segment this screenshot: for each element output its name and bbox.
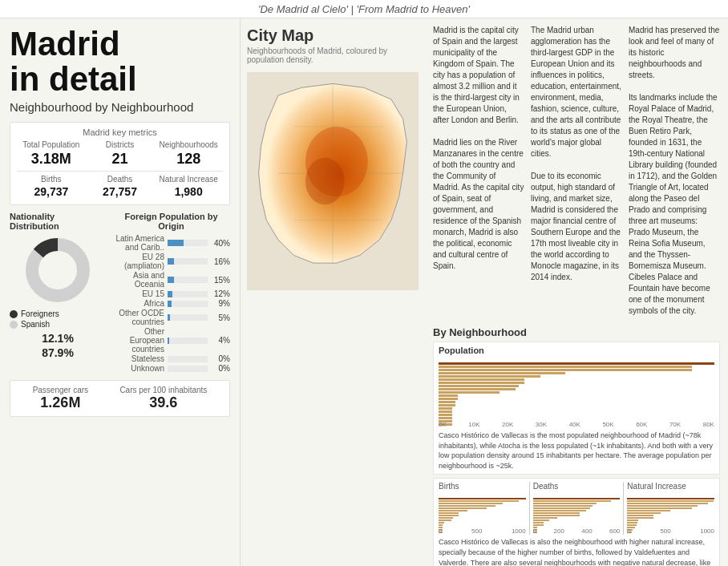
deaths-label: Deaths [86, 175, 155, 184]
svg-point-9 [305, 158, 345, 204]
origin-bar-container [168, 338, 208, 344]
births-value-item: 29,737 [17, 185, 86, 198]
origin-row: Stateless 0% [112, 354, 230, 363]
origin-label: EU 28 (ampliaton) [112, 253, 164, 270]
donut-legend: Foreigners Spanish [10, 309, 106, 329]
origin-bar-container [168, 277, 208, 283]
origin-bar [168, 291, 172, 297]
cars-section: Passenger cars 1.26M Cars per 100 inhabi… [10, 380, 230, 417]
axis-label: 20K [502, 421, 513, 428]
city-map-title: City Map [247, 26, 419, 45]
foreign-origin: Foreign Population by Origin Latin Ameri… [112, 212, 230, 374]
text-col-3: Madrid has preserved the look and feel o… [629, 25, 720, 317]
three-mini-charts: Births 05001000 Deaths 0200400600 Na [439, 482, 714, 535]
axis-label: 0 [439, 528, 442, 535]
origin-bar [168, 277, 174, 283]
population-bars [439, 357, 714, 420]
natural-increase-chart-title: Natural Increase [627, 482, 714, 491]
deaths-value: 27,757 [86, 185, 155, 198]
origin-pct: 40% [208, 239, 230, 248]
axis-label: 0K [439, 421, 447, 428]
origin-label: Africa [112, 299, 164, 308]
text-columns: Madrid is the capital city of Spain and … [433, 25, 720, 317]
districts-label: Districts [86, 140, 155, 149]
axis-label: 600 [609, 528, 620, 535]
main-subtitle: Neighbourhood by Neighbourhood [10, 100, 230, 114]
spanish-pct: 87.9% [10, 346, 106, 359]
axis-label: 70K [669, 421, 681, 428]
nationality-title: Nationality Distribution [10, 212, 106, 231]
axis-label: 80K [703, 421, 714, 428]
origin-label: Other OCDE countries [112, 309, 164, 326]
origin-bar-container [168, 314, 208, 321]
births-axis: 05001000 [439, 528, 526, 535]
origin-row: EU 28 (ampliaton) 16% [112, 253, 230, 270]
origin-pct: 9% [208, 299, 230, 308]
districts-value: 21 [86, 151, 155, 168]
deaths-bars [533, 491, 621, 527]
natural-increase-metric: Natural Increase [154, 175, 223, 184]
origin-row: Other OCDE countries 5% [112, 309, 230, 326]
neighbourhoods-value-item: 128 [154, 151, 223, 168]
text-col-2: The Madrid urban agglomeration has the t… [531, 25, 622, 317]
origin-label: Unknown [112, 364, 164, 373]
origin-pct: 4% [208, 336, 230, 345]
natural-increase-value-item: 1,980 [154, 185, 223, 198]
population-axis-labels: 0K10K20K30K40K50K60K70K80K [439, 421, 714, 428]
spanish-legend-item: Spanish [10, 320, 106, 329]
axis-label: 50K [602, 421, 613, 428]
origin-row: EU 15 12% [112, 289, 230, 298]
metrics-title: Madrid key metrics [17, 127, 223, 137]
title-block: Madrid in detail Neighbourhood by Neighb… [10, 26, 230, 114]
nationality-distribution: Nationality Distribution [10, 212, 106, 374]
axis-label: 1000 [512, 528, 526, 535]
origin-bar-container [168, 240, 208, 246]
nationality-section: Nationality Distribution [10, 212, 230, 374]
origin-row: Latin America and Carib.. 40% [112, 234, 230, 252]
origin-bar [168, 301, 172, 307]
spanish-legend-label: Spanish [21, 320, 50, 329]
origin-pct: 5% [208, 313, 230, 322]
origin-pct: 15% [208, 276, 230, 285]
cars-per-100-value: 39.6 [119, 394, 207, 411]
city-map-svg [247, 69, 419, 293]
births-label: Births [17, 175, 86, 184]
natural-increase-mini-chart: Natural Increase 05001000 [627, 482, 714, 535]
spanish-dot [10, 321, 18, 329]
origin-label: Stateless [112, 354, 164, 363]
origin-label: Latin America and Carib.. [112, 234, 164, 252]
natural-increase-value: 1,980 [154, 185, 223, 198]
passenger-cars-item: Passenger cars 1.26M [33, 386, 88, 411]
deaths-chart-title: Deaths [533, 482, 621, 491]
cars-per-100-label: Cars per 100 inhabitants [119, 386, 207, 394]
total-population-metric: Total Population [17, 140, 86, 149]
foreigners-legend-item: Foreigners [10, 309, 106, 318]
origin-row: Other European countries 4% [112, 327, 230, 354]
foreigners-dot [10, 310, 18, 318]
origin-row: Unknown 0% [112, 364, 230, 373]
origin-pct: 0% [208, 354, 230, 363]
text-col-1: Madrid is the capital city of Spain and … [433, 25, 524, 317]
axis-label: 30K [536, 421, 547, 428]
origin-label: Other European countries [112, 327, 164, 354]
origin-bar [168, 314, 170, 321]
population-annotation: Casco Histórico de Vallecas is the most … [439, 431, 714, 471]
axis-label: 500 [660, 528, 670, 535]
axis-label: 1000 [700, 528, 714, 535]
cars-per-100-item: Cars per 100 inhabitants 39.6 [119, 386, 207, 411]
neighbourhoods-label: Neighbourhoods [154, 140, 223, 149]
header-title: 'De Madrid al Cielo' | 'From Madrid to H… [258, 3, 470, 15]
foreigners-legend-label: Foreigners [21, 309, 59, 318]
foreign-origin-title: Foreign Population by Origin [112, 212, 230, 231]
svg-point-2 [40, 253, 75, 288]
births-deaths-annotation: Casco Histórico de Vallecas is also the … [439, 537, 714, 566]
foreigners-pct: 12.1% [10, 332, 106, 345]
axis-label: 200 [554, 528, 564, 535]
origin-bar [168, 240, 184, 246]
natural-increase-label: Natural Increase [154, 175, 223, 184]
total-pop-value-item: 3.18M [17, 151, 86, 168]
natinc-axis: 05001000 [627, 528, 714, 535]
births-metric: Births [17, 175, 86, 184]
total-pop-label: Total Population [17, 140, 86, 149]
origin-row: Asia and Oceania 15% [112, 271, 230, 289]
